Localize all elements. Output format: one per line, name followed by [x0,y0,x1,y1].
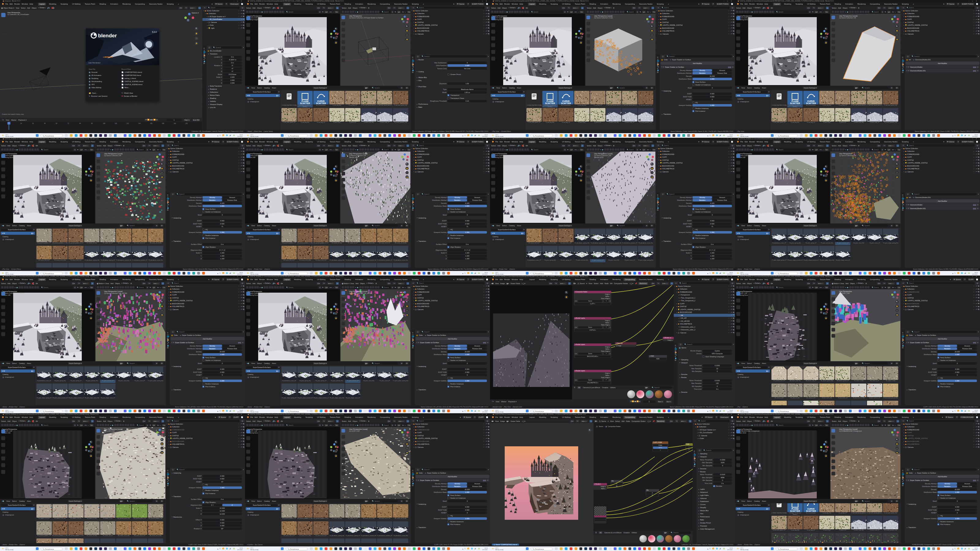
svg-text:Juan Hernández: Juan Hernández [88,62,101,64]
svg-text:5.0.0: 5.0.0 [152,31,157,33]
svg-text:blender: blender [98,33,117,38]
